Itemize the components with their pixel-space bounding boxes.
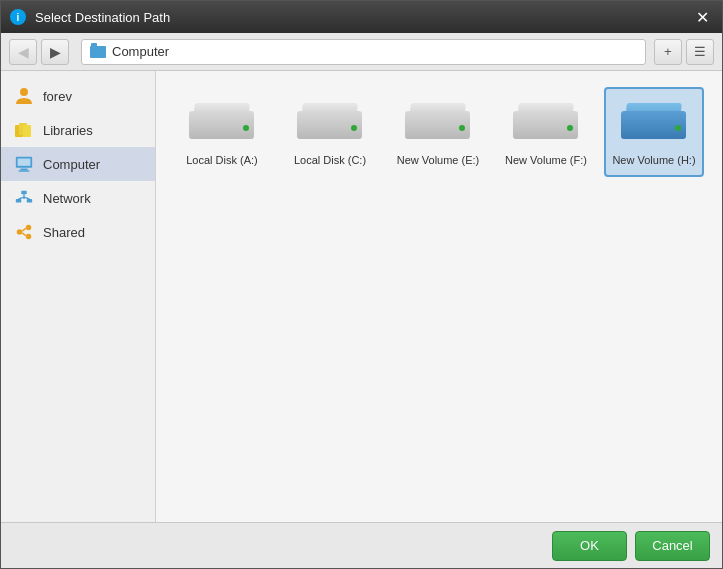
svg-line-20 — [22, 233, 26, 236]
drive-icon-e — [403, 97, 473, 147]
svg-rect-11 — [16, 199, 21, 203]
svg-rect-12 — [27, 199, 32, 203]
file-label-e: New Volume (E:) — [397, 153, 480, 167]
svg-point-18 — [26, 234, 31, 239]
libraries-icon — [13, 121, 35, 139]
svg-line-14 — [19, 197, 24, 199]
title-bar: i Select Destination Path ✕ — [1, 1, 722, 33]
sidebar-label-computer: Computer — [43, 157, 100, 172]
dialog-title: Select Destination Path — [35, 10, 690, 25]
address-text: Computer — [112, 44, 169, 59]
drive-icon-c — [295, 97, 365, 147]
cancel-button[interactable]: Cancel — [635, 531, 710, 561]
file-item-volume-h[interactable]: New Volume (H:) — [604, 87, 704, 177]
drive-icon-f — [511, 97, 581, 147]
address-bar: Computer — [81, 39, 646, 65]
sidebar-label-forev: forev — [43, 89, 72, 104]
sidebar-label-libraries: Libraries — [43, 123, 93, 138]
file-label-a: Local Disk (A:) — [186, 153, 258, 167]
svg-point-17 — [26, 225, 31, 230]
sidebar-label-network: Network — [43, 191, 91, 206]
file-label-c: Local Disk (C:) — [294, 153, 366, 167]
computer-address-icon — [90, 46, 106, 58]
svg-line-15 — [24, 197, 29, 199]
svg-rect-7 — [18, 159, 31, 166]
sidebar-item-forev[interactable]: forev — [1, 79, 155, 113]
ok-button[interactable]: OK — [552, 531, 627, 561]
new-folder-button[interactable]: + — [654, 39, 682, 65]
sidebar-item-shared[interactable]: Shared — [1, 215, 155, 249]
svg-line-19 — [22, 228, 26, 231]
sidebar-label-shared: Shared — [43, 225, 85, 240]
computer-icon — [13, 155, 35, 173]
file-item-volume-e[interactable]: New Volume (E:) — [388, 87, 488, 177]
file-item-local-a[interactable]: Local Disk (A:) — [172, 87, 272, 177]
forward-button[interactable]: ▶ — [41, 39, 69, 65]
svg-text:i: i — [17, 12, 20, 23]
drive-icon-h — [619, 97, 689, 147]
svg-point-16 — [17, 229, 22, 234]
sidebar: forev Libraries — [1, 71, 156, 522]
network-icon — [13, 189, 35, 207]
toolbar-actions: + ☰ — [654, 39, 714, 65]
user-icon — [13, 87, 35, 105]
file-item-local-c[interactable]: Local Disk (C:) — [280, 87, 380, 177]
close-button[interactable]: ✕ — [690, 5, 714, 29]
drive-icon-a — [187, 97, 257, 147]
sidebar-item-computer[interactable]: Computer — [1, 147, 155, 181]
back-button[interactable]: ◀ — [9, 39, 37, 65]
dialog-window: i Select Destination Path ✕ ◀ ▶ Computer… — [0, 0, 723, 569]
sidebar-item-libraries[interactable]: Libraries — [1, 113, 155, 147]
svg-rect-8 — [20, 169, 27, 171]
file-area: Local Disk (A:) Local Disk (C:) New Vo — [156, 71, 722, 522]
svg-point-2 — [20, 88, 28, 96]
file-label-h: New Volume (H:) — [612, 153, 695, 167]
view-button[interactable]: ☰ — [686, 39, 714, 65]
file-label-f: New Volume (F:) — [505, 153, 587, 167]
svg-rect-5 — [23, 125, 31, 137]
svg-rect-10 — [21, 191, 26, 195]
svg-rect-9 — [19, 170, 30, 171]
shared-icon — [13, 223, 35, 241]
toolbar: ◀ ▶ Computer + ☰ — [1, 33, 722, 71]
file-item-volume-f[interactable]: New Volume (F:) — [496, 87, 596, 177]
sidebar-item-network[interactable]: Network — [1, 181, 155, 215]
bottom-bar: OK Cancel — [1, 522, 722, 568]
app-icon: i — [9, 8, 27, 26]
main-content: forev Libraries — [1, 71, 722, 522]
